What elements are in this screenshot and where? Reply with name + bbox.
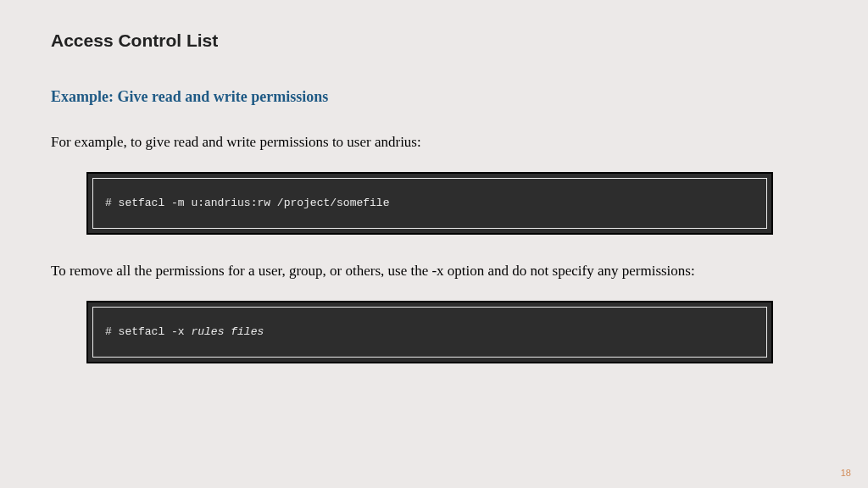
code-line: # setfacl -x rules files: [105, 325, 264, 338]
code-line: # setfacl -m u:andrius:rw /project/somef…: [105, 197, 389, 209]
code-block-inner: # setfacl -x rules files: [92, 307, 767, 358]
page-number: 18: [841, 468, 851, 478]
code-block-setfacl-remove: # setfacl -x rules files: [86, 301, 773, 363]
remove-paragraph: To remove all the permissions for a user…: [51, 257, 817, 286]
page-title: Access Control List: [51, 30, 817, 51]
intro-paragraph: For example, to give read and write perm…: [51, 128, 817, 157]
code-block-setfacl-modify: # setfacl -m u:andrius:rw /project/somef…: [86, 172, 773, 235]
example-subtitle: Example: Give read and write permissions: [51, 88, 817, 106]
code-args-italic: rules files: [191, 325, 264, 338]
code-block-inner: # setfacl -m u:andrius:rw /project/somef…: [92, 178, 767, 229]
code-command: # setfacl -x: [105, 325, 191, 338]
